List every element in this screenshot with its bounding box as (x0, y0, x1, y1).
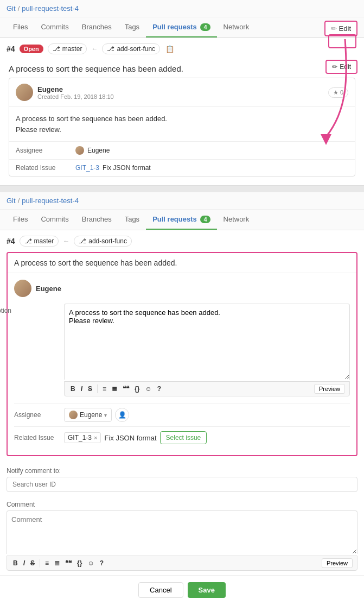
breadcrumb-slash-bottom: / (18, 197, 20, 205)
avatar-top (16, 84, 33, 101)
breadcrumb-repo-link-bottom[interactable]: pull-request-test-4 (22, 197, 79, 205)
author-name-top: Eugene (37, 85, 114, 93)
tab-tags-bottom[interactable]: Tags (118, 210, 146, 230)
arrow-icon-bottom: ← (63, 237, 69, 245)
comment-textarea[interactable] (7, 510, 357, 554)
ol-btn-comment[interactable]: ≣ (53, 558, 61, 568)
assignee-dropdown[interactable]: Eugene ▾ (64, 408, 112, 422)
created-date-top: Created Feb. 19, 2018 18:10 (37, 93, 114, 100)
strikethrough-btn[interactable]: S (86, 384, 94, 394)
breadcrumb-repo-link[interactable]: pull-request-test-4 (22, 4, 79, 12)
issue-link-top[interactable]: GIT_1-3 (75, 164, 99, 172)
tab-files-top[interactable]: Files (7, 17, 34, 37)
save-button[interactable]: Save (188, 582, 226, 598)
assignee-avatar-edit (69, 411, 78, 419)
tab-branches-bottom[interactable]: Branches (75, 210, 118, 230)
bold-btn-comment[interactable]: B (11, 558, 20, 568)
comment-toolbar: B I S ≡ ≣ ❝❝ {} ☺ ? Preview (7, 556, 357, 571)
notify-label: Notify comment to: (7, 467, 357, 475)
assignee-value-top: Eugene (75, 146, 110, 155)
issue-remove-btn[interactable]: × (94, 434, 97, 441)
description-textarea[interactable]: A process to sort the sequence has been … (64, 304, 350, 380)
ul-btn[interactable]: ≡ (101, 384, 108, 394)
description-field: A process to sort the sequence has been … (64, 304, 350, 396)
search-user-input[interactable] (7, 477, 357, 492)
branch-target-top: ⎇ add-sort-func (102, 43, 160, 54)
pull-request-badge-top: 4 (200, 23, 210, 31)
ol-btn[interactable]: ≣ (110, 384, 119, 394)
pull-request-badge-bottom: 4 (200, 216, 210, 223)
strikethrough-btn-comment[interactable]: S (29, 558, 36, 568)
edit-section: Git / pull-request-test-4 Files Commits … (0, 192, 364, 599)
tab-network-bottom[interactable]: Network (217, 210, 256, 230)
tab-network-top[interactable]: Network (217, 17, 256, 37)
cancel-button[interactable]: Cancel (138, 582, 183, 598)
related-issue-value-top: GIT_1-3 Fix JSON format (75, 164, 151, 172)
pencil-icon-top: ✏ (331, 24, 337, 33)
assignee-person-btn[interactable]: 👤 (115, 408, 129, 422)
edit-author-name: Eugene (36, 285, 61, 293)
select-issue-button[interactable]: Select issue (160, 431, 207, 444)
assignee-control: Eugene ▾ 👤 (64, 408, 129, 422)
tab-branches-top[interactable]: Branches (75, 17, 118, 37)
edit-avatar (14, 280, 31, 297)
ul-btn-comment[interactable]: ≡ (43, 558, 50, 568)
edit-form-card: Eugene Assignee Description A process to… (7, 252, 357, 456)
description-label: Description (0, 304, 11, 314)
quote-btn[interactable]: ❝❝ (121, 384, 131, 394)
pr-number-bottom: #4 (7, 237, 15, 245)
emoji-btn[interactable]: ☺ (143, 384, 153, 394)
tab-tags-top[interactable]: Tags (118, 17, 146, 37)
related-issue-row-top: Related Issue GIT_1-3 Fix JSON format (9, 160, 355, 176)
edit-author-row: Eugene (14, 280, 350, 297)
breadcrumb-git-link[interactable]: Git (7, 4, 16, 12)
tab-pull-requests-top[interactable]: Pull requests 4 (146, 17, 216, 37)
chevron-icon-assignee: ▾ (104, 412, 107, 418)
emoji-btn-comment[interactable]: ☺ (86, 558, 95, 568)
comment-section: Comment B I S ≡ ≣ ❝❝ {} ☺ ? Preview (0, 496, 364, 571)
branch-icon-top: ⎇ (53, 45, 60, 53)
code-btn[interactable]: {} (133, 384, 141, 394)
branch-icon-master-bottom: ⎇ (24, 237, 32, 245)
preview-btn-comment[interactable]: Preview (322, 558, 353, 568)
edit-inner: Eugene Assignee Description A process to… (8, 273, 356, 455)
preview-btn-desc[interactable]: Preview (314, 384, 345, 394)
bold-btn[interactable]: B (69, 384, 77, 394)
action-buttons: Cancel Save (0, 575, 364, 599)
branch-icon-target-top: ⎇ (107, 45, 114, 53)
author-info-top: Eugene Created Feb. 19, 2018 18:10 (37, 85, 114, 100)
help-btn[interactable]: ? (156, 384, 163, 394)
related-issue-label-edit: Related Issue (14, 434, 58, 442)
svg-marker-0 (321, 134, 331, 145)
pr-number-top: #4 (7, 45, 15, 53)
tab-pull-requests-bottom[interactable]: Pull requests 4 (146, 210, 216, 230)
edit-title-input[interactable] (8, 253, 356, 273)
code-btn-comment[interactable]: {} (75, 558, 84, 568)
pink-arrow-annotation (293, 34, 359, 153)
pr-header-bottom: #4 ⎇ master ← ⎇ add-sort-func (0, 230, 364, 252)
branch-icon-target-bottom: ⎇ (79, 237, 86, 245)
tab-commits-top[interactable]: Commits (34, 17, 75, 37)
quote-btn-comment[interactable]: ❝❝ (63, 558, 73, 568)
toolbar-sep-comment (40, 559, 40, 568)
notify-section: Notify comment to: (0, 463, 364, 496)
comment-label: Comment (7, 501, 357, 508)
tab-commits-bottom[interactable]: Commits (34, 210, 75, 230)
breadcrumb-top: Git / pull-request-test-4 (0, 0, 364, 17)
italic-btn[interactable]: I (79, 384, 84, 394)
help-btn-comment[interactable]: ? (98, 558, 105, 568)
italic-btn-comment[interactable]: I (22, 558, 27, 568)
assignee-avatar-top (75, 146, 84, 155)
tab-files-bottom[interactable]: Files (7, 210, 34, 230)
related-issue-row-edit: Related Issue GIT_1-3 × Fix JSON format … (14, 426, 350, 449)
copy-icon-top[interactable]: 📋 (165, 45, 174, 53)
breadcrumb-git-link-bottom[interactable]: Git (7, 197, 16, 205)
arrow-icon-top: ← (91, 45, 98, 53)
pr-status-badge-top: Open (20, 45, 43, 53)
description-row: Assignee Description A process to sort t… (14, 304, 350, 396)
branch-master-bottom: ⎇ master (20, 236, 59, 247)
issue-tag-edit: GIT_1-3 × (64, 432, 101, 443)
assignee-label-edit: Assignee (14, 411, 58, 419)
branch-target-bottom: ⎇ add-sort-func (74, 236, 132, 247)
toolbar-sep-1 (97, 384, 98, 393)
